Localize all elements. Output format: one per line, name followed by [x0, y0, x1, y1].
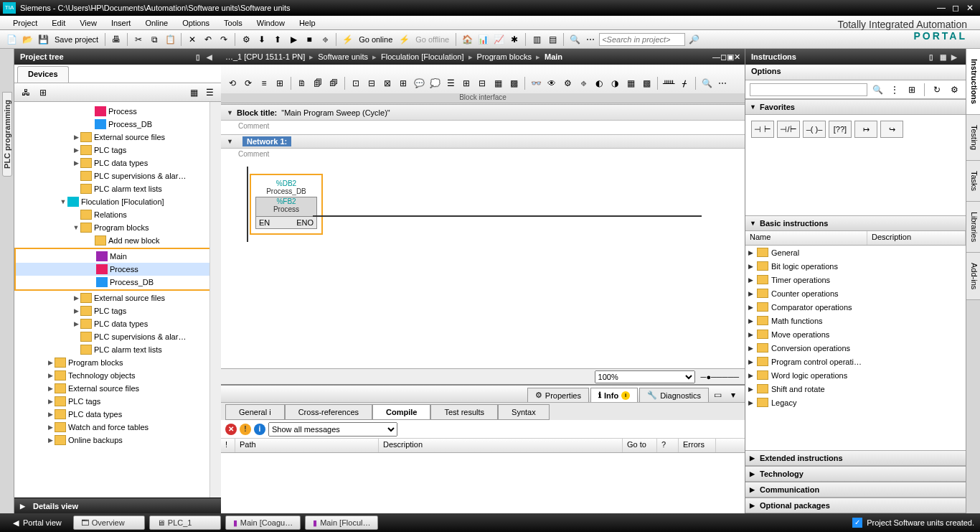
info-down-icon[interactable]: ▾ [726, 388, 740, 402]
tree-item[interactable]: Process_DB [16, 276, 220, 289]
block-title-row[interactable]: ▼ Block title: "Main Program Sweep (Cycl… [221, 105, 745, 121]
tree-item[interactable]: PLC supervisions & alar… [14, 169, 221, 182]
col-description[interactable]: Description [379, 439, 623, 452]
tb-icon-4[interactable]: 📈 [491, 32, 506, 47]
editor-min-icon[interactable]: — [712, 52, 720, 61]
tab-diagnostics[interactable]: 🔧Diagnostics [639, 388, 709, 402]
block-comment[interactable]: Comment [221, 121, 745, 131]
instr-tb-1[interactable]: 🔍 [870, 83, 885, 97]
cut-icon[interactable]: ✂ [131, 32, 146, 47]
instruction-folder[interactable]: ▶Legacy [745, 396, 966, 409]
subtab-cross-references[interactable]: Cross-references [285, 404, 372, 420]
tree-item[interactable]: ▶Program blocks [14, 356, 221, 369]
instr-view-icon[interactable]: ▦ [937, 53, 948, 61]
instruction-folder[interactable]: ▶Comparator operations [745, 300, 966, 314]
instruction-folder[interactable]: ▶General [745, 246, 966, 259]
block-interface-bar[interactable]: Block interface [221, 93, 745, 103]
paste-icon[interactable]: 📋 [163, 32, 177, 47]
copy-icon[interactable]: ⧉ [147, 32, 161, 47]
instruction-folder[interactable]: ▶Math functions [745, 314, 966, 327]
tree-item[interactable]: PLC alarm text lists [14, 343, 221, 356]
message-filter-select[interactable]: Show all messages [268, 422, 397, 437]
collapse-left-icon[interactable]: ◀ [204, 53, 215, 61]
go-online-icon[interactable]: ⚡ [340, 32, 354, 47]
menu-window[interactable]: Window [250, 19, 292, 27]
communication-header[interactable]: ▶Communication [745, 482, 966, 498]
tb-icon-1[interactable]: ⎆ [318, 32, 332, 47]
et-12[interactable]: 💬 [412, 76, 426, 90]
tb-icon-7[interactable]: ⋯ [583, 32, 598, 47]
extended-instructions-header[interactable]: ▶Extended instructions [745, 450, 966, 466]
palette-branch-open[interactable]: ↦ [854, 121, 877, 138]
menu-project[interactable]: Project [6, 19, 44, 27]
ladder-area[interactable]: %DB2 Process_DB %FB2 Process EN ENO [221, 159, 745, 249]
crumb-4[interactable]: Main [545, 52, 562, 61]
network-comment[interactable]: Comment [221, 149, 745, 159]
subtab-general[interactable]: General i [225, 404, 285, 420]
et-26[interactable]: ▩ [639, 76, 654, 90]
tab-info[interactable]: ℹInfoi [590, 388, 638, 402]
compile-icon[interactable]: ⚙ [239, 32, 253, 47]
subtab-syntax[interactable]: Syntax [498, 404, 550, 420]
et-28[interactable]: ᚋ [677, 76, 692, 90]
basic-instructions-header[interactable]: ▼Basic instructions [745, 215, 966, 231]
subtab-compile[interactable]: Compile [372, 404, 430, 420]
et-10[interactable]: ⊠ [380, 76, 395, 90]
tree-item[interactable]: ▶PLC data types [14, 157, 221, 169]
message-grid[interactable] [221, 453, 745, 513]
instruction-folder[interactable]: ▶Shift and rotate [745, 382, 966, 396]
instr-tb-5[interactable]: ⚙ [947, 83, 961, 97]
editor-body[interactable]: ▼ Block title: "Main Program Sweep (Cycl… [221, 105, 745, 368]
instr-tb-3[interactable]: ⊞ [905, 83, 919, 97]
instruction-folder[interactable]: ▶Program control operati… [745, 355, 966, 368]
crumb-2[interactable]: Floculation [Floculation] [381, 52, 464, 61]
et-27[interactable]: ᚊ [661, 76, 676, 90]
instructions-search-input[interactable] [750, 83, 867, 96]
network-header[interactable]: ▼ Network 1: [221, 134, 745, 149]
tree-tb-2[interactable]: ⊞ [36, 85, 50, 100]
tree-item[interactable]: Process [14, 105, 221, 118]
col-bang[interactable]: ! [221, 439, 235, 452]
crumb-3[interactable]: Program blocks [477, 52, 532, 61]
pin-icon[interactable]: ▯ [192, 53, 204, 61]
zoom-slider[interactable]: ─●───── [701, 373, 739, 381]
menu-online[interactable]: Online [138, 19, 175, 27]
tree-item[interactable]: ▼Floculation [Floculation] [14, 195, 221, 208]
editor-restore-icon[interactable]: ◻ [720, 52, 727, 62]
tree-item[interactable]: PLC supervisions & alar… [14, 330, 221, 343]
palette-branch-close[interactable]: ↪ [880, 121, 903, 138]
editor-max-icon[interactable]: ▣ [727, 52, 734, 62]
editor-close-icon[interactable]: ✕ [734, 52, 740, 62]
instr-collapse-icon[interactable]: ▶ [948, 53, 960, 61]
tree-item[interactable]: Process [16, 263, 220, 276]
optional-packages-header[interactable]: ▶Optional packages [745, 498, 966, 513]
et-6[interactable]: 🗐 [311, 76, 325, 90]
menu-options[interactable]: Options [175, 19, 217, 27]
info-filter-icon[interactable]: i [254, 424, 265, 435]
et-13[interactable]: 💭 [428, 76, 442, 90]
error-filter-icon[interactable]: ✕ [225, 424, 237, 435]
go-offline-button[interactable]: Go offline [413, 35, 452, 44]
vtab-plc-programming[interactable]: PLC programming [2, 92, 12, 177]
et-2[interactable]: ⟳ [241, 76, 255, 90]
et-14[interactable]: ☰ [443, 76, 458, 90]
col-q[interactable]: ? [657, 439, 679, 452]
menu-view[interactable]: View [72, 19, 104, 27]
et-23[interactable]: ◐ [592, 76, 606, 90]
download-icon[interactable]: ⬇ [255, 32, 269, 47]
split-v-icon[interactable]: ▤ [545, 32, 560, 47]
instruction-folder[interactable]: ▶Conversion operations [745, 341, 966, 355]
et-19[interactable]: 👓 [529, 76, 543, 90]
technology-header[interactable]: ▶Technology [745, 466, 966, 482]
tree-item[interactable]: ▶Watch and force tables [14, 421, 221, 434]
et-9[interactable]: ⊟ [364, 76, 379, 90]
rtab-instructions[interactable]: Instructions [966, 49, 980, 115]
new-project-icon[interactable]: 📄 [4, 32, 19, 47]
palette-coil[interactable]: –( )– [803, 121, 826, 138]
palette-empty-box[interactable]: [??] [829, 121, 852, 138]
rtab-tasks[interactable]: Tasks [966, 161, 980, 202]
et-7[interactable]: 🗊 [326, 76, 341, 90]
et-25[interactable]: ▦ [623, 76, 638, 90]
tree-item[interactable]: ▶External source files [14, 382, 221, 395]
tree-item[interactable]: ▶PLC tags [14, 395, 221, 408]
